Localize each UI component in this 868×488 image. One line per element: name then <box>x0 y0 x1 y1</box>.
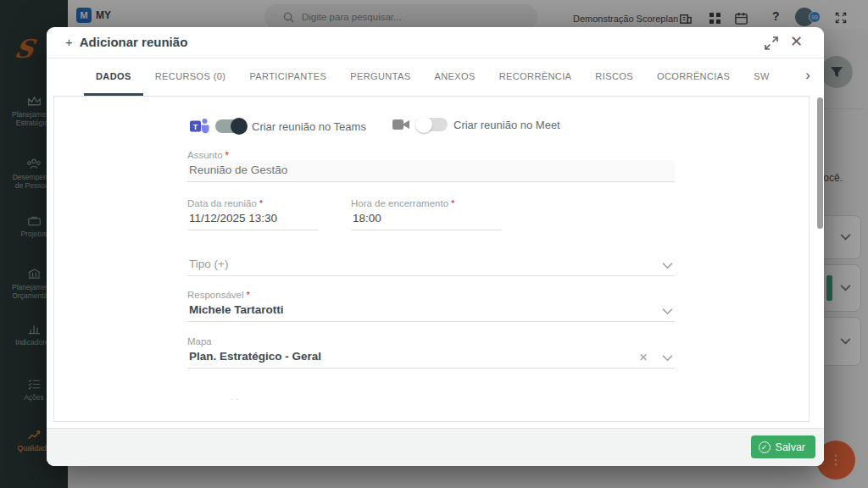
modal-footer: ✓ Salvar <box>47 428 824 466</box>
chevron-down-icon <box>662 308 673 315</box>
hora-encerramento-label: Hora de encerramento* <box>351 198 502 208</box>
mapa-label: Mapa <box>187 336 675 347</box>
mapa-field: Mapa Plan. Estratégico - Geral ✕ <box>187 336 675 369</box>
responsavel-select[interactable]: Michele Tartarotti <box>187 300 675 322</box>
tab-participantes[interactable]: PARTICIPANTES <box>237 58 338 96</box>
meet-toggle-label: Criar reunião no Meet <box>453 119 560 131</box>
teams-icon: T <box>189 117 209 136</box>
tab-riscos[interactable]: RISCOS <box>583 58 645 96</box>
meet-camera-icon <box>391 117 411 132</box>
tab-recursos[interactable]: RECURSOS (0) <box>143 58 238 96</box>
modal-header: +Adicionar reunião ✕ <box>47 27 824 58</box>
tab-anexos[interactable]: ANEXOS <box>422 58 487 96</box>
teams-toggle-row: T Criar reunião no Teams <box>189 117 366 136</box>
modal-scrollbar[interactable] <box>817 97 823 229</box>
tipo-select[interactable]: Tipo (+) <box>187 254 675 276</box>
data-reuniao-label: Data da reunião* <box>187 198 319 208</box>
check-circle-icon: ✓ <box>759 441 771 453</box>
assunto-label: Assunto* <box>187 150 675 160</box>
tab-sw[interactable]: SW <box>742 58 782 96</box>
save-button[interactable]: ✓ Salvar <box>751 435 815 458</box>
hora-encerramento-input[interactable]: 18:00 <box>351 208 502 230</box>
data-reuniao-input[interactable]: 11/12/2025 13:30 <box>187 208 319 230</box>
assunto-field: Assunto* Reunião de Gestão <box>187 150 675 182</box>
tab-ocorrencias[interactable]: OCORRÊNCIAS <box>645 58 742 96</box>
hora-encerramento-field: Hora de encerramento* 18:00 <box>351 198 502 230</box>
form-panel: T Criar reunião no Teams Criar reunião n… <box>53 96 810 422</box>
assunto-input[interactable]: Reunião de Gestão <box>187 160 675 182</box>
tipo-field: Tipo (+) <box>187 254 675 276</box>
add-meeting-modal: +Adicionar reunião ✕ DADOS RECURSOS (0) … <box>47 27 824 466</box>
clear-icon[interactable]: ✕ <box>639 352 648 363</box>
expand-modal-icon[interactable] <box>763 35 780 52</box>
chevron-down-icon <box>662 354 673 362</box>
modal-tabs: DADOS RECURSOS (0) PARTICIPANTES PERGUNT… <box>47 58 824 96</box>
modal-title: +Adicionar reunião <box>65 35 187 49</box>
clipped-field-hint: · · <box>231 395 238 404</box>
teams-toggle[interactable] <box>215 119 246 133</box>
plus-icon: + <box>65 35 73 49</box>
responsavel-label: Responsável* <box>187 290 675 300</box>
mapa-select[interactable]: Plan. Estratégico - Geral ✕ <box>187 347 675 369</box>
teams-toggle-label: Criar reunião no Teams <box>252 120 366 133</box>
tab-dados[interactable]: DADOS <box>84 58 143 96</box>
data-reuniao-field: Data da reunião* 11/12/2025 13:30 <box>187 198 319 230</box>
tab-recorrencia[interactable]: RECORRÊNCIA <box>487 58 584 96</box>
close-icon[interactable]: ✕ <box>790 32 803 51</box>
svg-text:T: T <box>193 123 198 131</box>
chevron-down-icon <box>662 262 673 269</box>
meet-toggle-row: Criar reunião no Meet <box>391 117 560 132</box>
responsavel-field: Responsável* Michele Tartarotti <box>187 290 675 322</box>
tab-perguntas[interactable]: PERGUNTAS <box>338 58 422 96</box>
tabs-scroll-right-icon[interactable]: › <box>805 67 810 84</box>
meet-toggle[interactable] <box>417 118 448 131</box>
